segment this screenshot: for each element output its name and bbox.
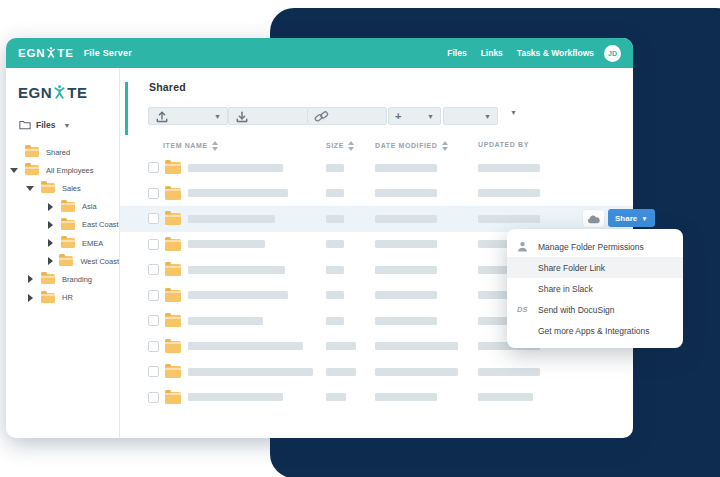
sidebar-item-hr[interactable]: HR: [6, 289, 119, 307]
size-placeholder-bar: [326, 266, 344, 274]
files-selector[interactable]: Files ▼: [19, 120, 119, 130]
download-icon: [235, 110, 249, 123]
menu-item-send-with-docusign[interactable]: DSSend with DocuSign: [507, 299, 683, 320]
chevron-down-icon: ▼: [214, 113, 221, 120]
folder-icon: [61, 238, 75, 248]
share-button-label: Share: [615, 214, 637, 223]
column-label: UPDATED BY: [478, 141, 529, 148]
row-checkbox[interactable]: [148, 392, 159, 403]
menu-item-share-in-slack[interactable]: Share in Slack: [507, 278, 683, 299]
accent-bar: [125, 82, 128, 135]
tree-collapsed-icon[interactable]: [46, 239, 61, 247]
tree-collapsed-icon[interactable]: [46, 257, 59, 265]
size-placeholder-bar: [326, 189, 344, 197]
sidebar-item-west-coast[interactable]: West Coast: [6, 252, 119, 270]
name-placeholder-bar: [188, 164, 283, 172]
row-checkbox[interactable]: [148, 213, 159, 224]
folder-icon: [165, 290, 181, 302]
sidebar-item-all-employees[interactable]: All Employees: [6, 161, 119, 179]
sidebar-brand-post: TE: [67, 84, 87, 101]
table-row[interactable]: [120, 155, 633, 181]
share-context-menu: Manage Folder PermissionsShare Folder Li…: [507, 229, 683, 348]
sidebar-item-branding[interactable]: Branding: [6, 270, 119, 288]
column-header-size[interactable]: SIZE: [326, 141, 354, 151]
tree-expanded-icon[interactable]: [26, 182, 41, 195]
top-nav-item-files[interactable]: Files: [447, 48, 466, 58]
share-button[interactable]: Share▼: [608, 209, 655, 227]
avatar[interactable]: JD: [604, 45, 621, 62]
sidebar-item-asia[interactable]: Asia: [6, 198, 119, 216]
tree-item-label: West Coast: [80, 257, 119, 266]
app-header: EGN TE File Server FilesLinksTasks & Wor…: [6, 38, 633, 68]
updated-by-placeholder-bar: [478, 368, 540, 376]
table-row[interactable]: [120, 385, 633, 411]
top-nav-item-tasks-workflows[interactable]: Tasks & Workflows: [517, 48, 594, 58]
toolbar-button-upload[interactable]: ▼: [148, 107, 228, 125]
tree-item-label: Shared: [46, 148, 70, 157]
toolbar-button-link[interactable]: [307, 107, 387, 125]
row-checkbox[interactable]: [148, 162, 159, 173]
sidebar-item-emea[interactable]: EMEA: [6, 234, 119, 252]
date-modified-placeholder-bar: [375, 240, 437, 248]
list-view-options-button[interactable]: ▼: [505, 109, 517, 116]
date-modified-placeholder-bar: [375, 189, 437, 197]
menu-item-label: Get more Apps & Integrations: [538, 326, 650, 336]
folder-icon: [25, 147, 39, 157]
folder-icon: [165, 366, 181, 378]
sort-icon: [212, 141, 218, 151]
toolbar-button-download[interactable]: [228, 107, 308, 125]
tree-item-label: Asia: [82, 202, 97, 211]
menu-item-label: Send with DocuSign: [538, 305, 615, 315]
cloud-upload-button[interactable]: [583, 210, 604, 227]
column-label: DATE MODIFIED: [375, 142, 438, 149]
table-row[interactable]: [120, 181, 633, 207]
docusign-icon: DS: [517, 305, 538, 314]
column-header-item-name[interactable]: ITEM NAME: [163, 141, 218, 151]
row-checkbox[interactable]: [148, 264, 159, 275]
date-modified-placeholder-bar: [375, 317, 437, 325]
toolbar-button-extra[interactable]: ▼: [443, 107, 498, 125]
folder-icon: [61, 220, 75, 230]
name-placeholder-bar: [188, 368, 313, 376]
tree-collapsed-icon[interactable]: [26, 294, 41, 302]
sidebar-item-shared[interactable]: Shared: [6, 143, 119, 161]
date-modified-placeholder-bar: [375, 368, 458, 376]
menu-item-get-more-apps-integrations[interactable]: Get more Apps & Integrations: [507, 320, 683, 341]
sidebar-brand-pre: EGN: [18, 84, 52, 101]
name-placeholder-bar: [188, 215, 275, 223]
date-modified-placeholder-bar: [375, 291, 437, 299]
menu-item-share-folder-link[interactable]: Share Folder Link: [507, 257, 683, 278]
name-placeholder-bar: [188, 317, 263, 325]
size-placeholder-bar: [326, 342, 356, 350]
files-label: Files: [36, 120, 55, 130]
product-title: File Server: [84, 48, 132, 58]
row-checkbox[interactable]: [148, 315, 159, 326]
tree-expanded-icon[interactable]: [10, 164, 25, 177]
folder-icon: [165, 239, 181, 251]
sidebar-logo: EGN TE: [18, 84, 119, 101]
table-row[interactable]: Share▼: [120, 206, 633, 232]
row-checkbox[interactable]: [148, 188, 159, 199]
top-nav-item-links[interactable]: Links: [481, 48, 503, 58]
column-header-date-modified[interactable]: DATE MODIFIED: [375, 141, 448, 151]
tree-collapsed-icon[interactable]: [46, 203, 61, 211]
page: EGN TE File Server FilesLinksTasks & Wor…: [0, 0, 720, 477]
name-placeholder-bar: [188, 342, 303, 350]
sidebar-item-sales[interactable]: Sales: [6, 179, 119, 197]
date-modified-placeholder-bar: [375, 342, 458, 350]
row-checkbox[interactable]: [148, 366, 159, 377]
size-placeholder-bar: [326, 164, 344, 172]
table-row[interactable]: [120, 359, 633, 385]
menu-item-manage-folder-permissions[interactable]: Manage Folder Permissions: [507, 236, 683, 257]
toolbar-button-plus[interactable]: +▼: [388, 107, 441, 125]
updated-by-placeholder-bar: [478, 164, 540, 172]
tree-collapsed-icon[interactable]: [46, 221, 61, 229]
sort-icon: [442, 141, 448, 151]
sidebar-item-east-coast[interactable]: East Coast: [6, 216, 119, 234]
row-checkbox[interactable]: [148, 290, 159, 301]
tree-collapsed-icon[interactable]: [26, 275, 41, 283]
date-modified-placeholder-bar: [375, 164, 437, 172]
folder-outline-icon: [19, 120, 31, 130]
row-checkbox[interactable]: [148, 239, 159, 250]
row-checkbox[interactable]: [148, 341, 159, 352]
